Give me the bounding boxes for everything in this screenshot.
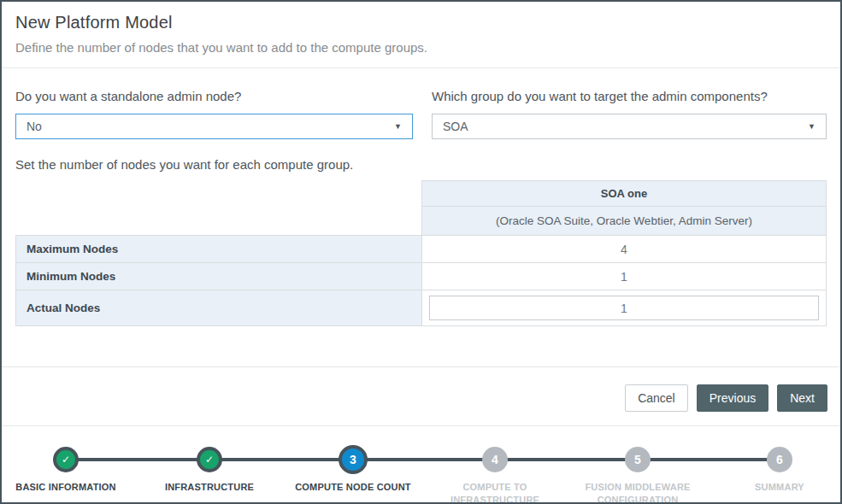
actual-nodes-input[interactable] xyxy=(429,296,819,320)
table-row: Actual Nodes xyxy=(16,290,827,326)
step-label-infrastructure: INFRASTRUCTURE xyxy=(141,481,278,494)
step-circle-compute-node-count[interactable]: 3 xyxy=(339,445,368,474)
actual-nodes-cell xyxy=(422,290,827,326)
step-circle-summary[interactable]: 6 xyxy=(767,447,792,472)
step-circle-infrastructure[interactable]: ✓ xyxy=(197,447,222,472)
row-label-actual-nodes: Actual Nodes xyxy=(16,290,422,326)
dialog-footer: Cancel Previous Next xyxy=(2,367,840,425)
table-row: Minimum Nodes 1 xyxy=(16,263,827,290)
check-icon: ✓ xyxy=(62,454,70,466)
minimum-nodes-value: 1 xyxy=(422,263,827,290)
table-subheader-row: (Oracle SOA Suite, Oracle Webtier, Admin… xyxy=(16,207,827,236)
empty-corner-cell xyxy=(16,207,422,236)
step-number: 6 xyxy=(776,453,783,466)
chevron-down-icon: ▼ xyxy=(808,122,816,131)
step-number: 5 xyxy=(634,453,641,466)
maximum-nodes-value: 4 xyxy=(422,236,827,263)
table-row: Maximum Nodes 4 xyxy=(16,236,827,263)
step-label-fusion-middleware-configuration: FUSION MIDDLEWARE CONFIGURATION xyxy=(569,481,706,504)
target-group-select[interactable]: SOA ▼ xyxy=(432,114,827,139)
compute-nodes-table: SOA one (Oracle SOA Suite, Oracle Webtie… xyxy=(15,180,827,326)
target-group-selected-value: SOA xyxy=(443,120,468,133)
table-instruction: Set the number of nodes you want for eac… xyxy=(15,157,827,172)
row-label-maximum-nodes: Maximum Nodes xyxy=(16,236,422,263)
check-icon: ✓ xyxy=(205,454,214,466)
row-label-minimum-nodes: Minimum Nodes xyxy=(16,263,422,290)
cancel-button[interactable]: Cancel xyxy=(625,384,688,412)
table-header-row: SOA one xyxy=(16,181,827,207)
step-number: 4 xyxy=(492,453,498,466)
step-label-basic-information: BASIC INFORMATION xyxy=(0,481,134,494)
column-subheader-components: (Oracle SOA Suite, Oracle Webtier, Admin… xyxy=(422,207,827,236)
step-circle-basic-information[interactable]: ✓ xyxy=(53,447,79,472)
step-circle-compute-to-infrastructure-mapping[interactable]: 4 xyxy=(482,447,508,472)
standalone-admin-select[interactable]: No ▼ xyxy=(15,114,413,139)
standalone-admin-selected-value: No xyxy=(26,120,42,133)
step-label-compute-to-infrastructure-mapping: COMPUTE TO INFRASTRUCTURE MAPPING xyxy=(427,481,563,504)
page-title: New Platform Model xyxy=(15,13,827,32)
standalone-admin-question: Do you want a standalone admin node? xyxy=(15,89,413,103)
dialog-body: Do you want a standalone admin node? Whi… xyxy=(2,89,840,366)
step-label-compute-node-count: COMPUTE NODE COUNT xyxy=(285,481,421,494)
dialog-header: New Platform Model Define the number of … xyxy=(2,2,840,68)
stepper-connector-line xyxy=(66,458,780,461)
new-platform-model-dialog: New Platform Model Define the number of … xyxy=(0,0,842,504)
empty-corner-cell xyxy=(16,181,422,207)
step-number: 3 xyxy=(350,453,356,466)
target-group-question: Which group do you want to target the ad… xyxy=(432,89,827,103)
wizard-train: ✓ ✓ 3 4 5 6 BASIC INFORMATION INFRASTRUC… xyxy=(2,426,840,504)
page-subtitle: Define the number of nodes that you want… xyxy=(15,40,827,55)
chevron-down-icon: ▼ xyxy=(394,122,402,131)
column-header-soa-one: SOA one xyxy=(422,181,827,207)
step-circle-fusion-middleware-configuration[interactable]: 5 xyxy=(625,447,651,472)
next-button[interactable]: Next xyxy=(777,384,827,412)
previous-button[interactable]: Previous xyxy=(697,384,768,412)
step-label-summary: SUMMARY xyxy=(711,481,842,494)
